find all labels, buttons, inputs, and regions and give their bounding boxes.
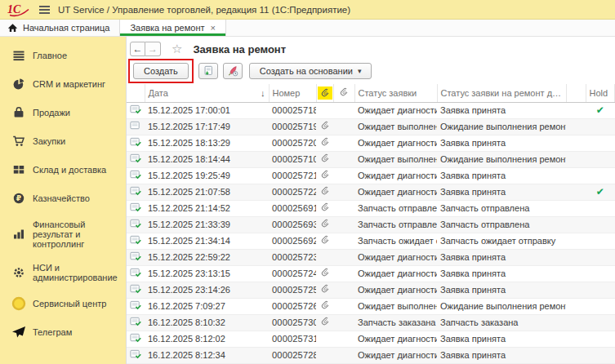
table-row[interactable]: 15.12.2025 21:07:58 000025722 Ожидает ди… bbox=[127, 184, 615, 200]
number-column-header[interactable]: Номер bbox=[269, 84, 316, 102]
sidebar-item-telegram[interactable]: Телеграм bbox=[0, 323, 126, 341]
table-row[interactable]: 15.12.2025 18:13:29 000025720 Ожидает ди… bbox=[127, 135, 615, 151]
document-posted-icon bbox=[130, 218, 141, 229]
sidebar-item-label: Телеграм bbox=[33, 327, 72, 337]
table-row[interactable]: 15.12.2025 21:33:39 000025693 Запчасть о… bbox=[127, 216, 615, 233]
request-date: 16.12.2025 8:12:02 bbox=[145, 331, 269, 347]
svg-text:₽: ₽ bbox=[16, 194, 21, 202]
table-row[interactable]: 16.12.2025 8:12:34 000025728 Ожидает диа… bbox=[127, 347, 615, 363]
document-posted-icon bbox=[130, 185, 141, 197]
table-row[interactable]: 15.12.2025 21:34:14 000025692 Запчасть о… bbox=[127, 233, 615, 249]
table-row[interactable]: 16.12.2025 8:10:32 000025730 Запчасть за… bbox=[127, 314, 615, 331]
table-row[interactable]: 16.12.2025 8:12:02 000025731 Ожидает диа… bbox=[127, 331, 615, 347]
bar-chart-icon bbox=[11, 228, 26, 241]
hold-column-header[interactable]: Hold bbox=[586, 84, 615, 102]
1c-logo-icon: 1С bbox=[7, 2, 31, 17]
active-tab-underline bbox=[120, 33, 225, 36]
request-date: 15.12.2025 21:07:58 bbox=[145, 184, 269, 200]
document-posted-icon bbox=[130, 169, 141, 180]
main-panel: ← → ☆ Заявка на ремонт Создать bbox=[127, 37, 615, 364]
history-forward-button[interactable]: → bbox=[145, 42, 161, 56]
date-column-header[interactable]: Дата ↓ bbox=[145, 84, 269, 102]
table-row[interactable]: 15.12.2025 17:17:49 000025719 Ожидает вы… bbox=[127, 118, 615, 135]
sidebar-item-service-center[interactable]: Сервисный центр bbox=[0, 295, 126, 313]
paperclip-icon bbox=[320, 235, 330, 245]
request-date: 15.12.2025 21:33:39 bbox=[145, 216, 269, 233]
client-request-status: Запчасть заказана bbox=[437, 314, 566, 331]
document-posted-icon bbox=[130, 332, 141, 344]
main-menu-icon[interactable] bbox=[39, 6, 50, 14]
request-status: Ожидает диагностики bbox=[354, 135, 437, 151]
request-date: 15.12.2025 21:14:52 bbox=[145, 200, 269, 216]
request-number: 000025691 bbox=[269, 200, 316, 216]
attachments2-column-header[interactable] bbox=[333, 84, 354, 102]
client-status-column-header[interactable]: Статус заявки на ремонт для кл... bbox=[437, 84, 566, 102]
create-button[interactable]: Создать bbox=[133, 63, 189, 79]
table-row[interactable]: 15.12.2025 19:25:49 000025721 Ожидает ди… bbox=[127, 167, 615, 184]
sidebar-item-purchases[interactable]: Закупки bbox=[0, 132, 126, 150]
request-date: 16.12.2025 8:12:34 bbox=[145, 347, 269, 363]
table-header-row: Дата ↓ Номер Статус заявки bbox=[127, 84, 615, 102]
row-icon-column-header[interactable] bbox=[127, 84, 145, 102]
table-row[interactable]: 15.12.2025 18:14:44 000025710 Ожидает вы… bbox=[127, 151, 615, 167]
paperclip-icon bbox=[320, 268, 330, 277]
paperclip-icon bbox=[320, 186, 330, 196]
window-titlebar: 1С UT Service / Управление торговлей, ре… bbox=[0, 0, 615, 20]
paperclip-icon bbox=[320, 317, 330, 326]
sidebar-item-crm[interactable]: CRM и маркетинг bbox=[0, 75, 126, 93]
request-date: 16.12.2025 8:10:32 bbox=[145, 314, 269, 331]
request-status: Запчасть отправлена bbox=[354, 216, 437, 233]
status-column-header[interactable]: Статус заявки bbox=[354, 84, 437, 102]
table-row[interactable]: 15.12.2025 22:59:22 000025723 Ожидает ди… bbox=[127, 249, 615, 265]
sidebar-item-admin[interactable]: НСИ и администрирование bbox=[0, 261, 126, 284]
sidebar-item-finance[interactable]: Финансовый результат и контроллинг bbox=[0, 218, 126, 251]
requests-table-body: 15.12.2025 17:00:01 000025718 Ожидает ди… bbox=[127, 102, 615, 363]
copy-document-button[interactable] bbox=[198, 63, 218, 79]
client-request-status: Заявка принята bbox=[437, 135, 566, 151]
document-posted-icon bbox=[130, 251, 141, 262]
quill-clock-icon bbox=[227, 64, 238, 78]
sidebar-item-label: Казначейство bbox=[33, 193, 90, 203]
paperclip-icon bbox=[320, 300, 330, 310]
table-row[interactable]: 15.12.2025 21:14:52 000025691 Запчасть о… bbox=[127, 200, 615, 216]
table-row[interactable]: 15.12.2025 23:13:15 000025724 Ожидает ди… bbox=[127, 265, 615, 282]
request-status: Ожидает выполнени... bbox=[354, 151, 437, 167]
create-based-on-button[interactable]: Создать на основании ▾ bbox=[249, 63, 372, 79]
sidebar-item-warehouse[interactable]: Склад и доставка bbox=[0, 161, 126, 179]
paperclip-icon bbox=[320, 202, 330, 212]
ruble-coin-icon: ₽ bbox=[11, 192, 26, 205]
sidebar-item-sales[interactable]: Продажи bbox=[0, 104, 126, 122]
page-title: Заявка на ремонт bbox=[193, 43, 286, 55]
svg-text:1С: 1С bbox=[7, 3, 21, 16]
highlighted-paperclip-icon bbox=[318, 87, 332, 100]
request-number: 000025722 bbox=[269, 184, 316, 200]
spacer-column-header bbox=[566, 84, 586, 102]
sidebar-item-main[interactable]: Главное bbox=[0, 47, 126, 64]
request-status: Ожидает выполнени... bbox=[354, 118, 437, 135]
client-request-status: Заявка принята bbox=[437, 282, 566, 298]
table-row[interactable]: 15.12.2025 17:00:01 000025718 Ожидает ди… bbox=[127, 102, 615, 118]
table-row[interactable]: 15.12.2025 23:14:26 000025725 Ожидает ди… bbox=[127, 282, 615, 298]
request-date: 15.12.2025 18:13:29 bbox=[145, 135, 269, 151]
tab-close-icon[interactable]: × bbox=[211, 23, 216, 33]
hold-check-icon: ✔ bbox=[596, 104, 604, 116]
client-request-status: Ожидание выполнения ремонта bbox=[437, 298, 566, 314]
quill-clock-button[interactable] bbox=[223, 63, 243, 79]
request-date: 15.12.2025 22:59:22 bbox=[145, 249, 269, 265]
favorite-star-icon[interactable]: ☆ bbox=[172, 42, 182, 56]
sidebar-item-label: Финансовый результат и контроллинг bbox=[33, 220, 121, 249]
sidebar-item-treasury[interactable]: ₽ Казначейство bbox=[0, 189, 126, 207]
document-copy-icon bbox=[203, 64, 214, 78]
attachments-column-header[interactable] bbox=[316, 84, 333, 102]
history-back-button[interactable]: ← bbox=[130, 42, 145, 56]
grid-icon bbox=[11, 163, 26, 176]
request-status: Ожидает диагностики bbox=[354, 249, 437, 265]
home-page-button[interactable]: Начальная страница bbox=[0, 20, 119, 36]
tab-repair-request[interactable]: Заявка на ремонт × bbox=[119, 20, 226, 36]
paperclip-icon bbox=[320, 170, 330, 180]
request-number: 000025725 bbox=[269, 282, 316, 298]
request-number: 000025718 bbox=[269, 102, 316, 118]
request-date: 15.12.2025 18:14:44 bbox=[145, 151, 269, 167]
gear-icon bbox=[11, 266, 26, 279]
table-row[interactable]: 16.12.2025 7:09:27 000025726 Ожидает вып… bbox=[127, 298, 615, 314]
